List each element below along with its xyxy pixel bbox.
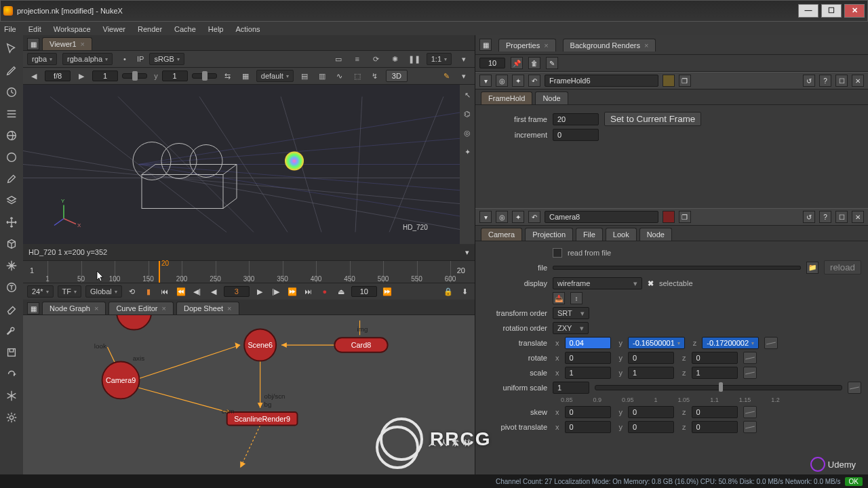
rotate-z-field[interactable]: 0 <box>692 352 738 364</box>
menu-edit[interactable]: Edit <box>28 25 41 33</box>
minimize-button[interactable]: — <box>798 4 818 18</box>
step-fwd-icon[interactable]: ⏩ <box>286 286 298 297</box>
subtab-look[interactable]: Look <box>606 228 637 241</box>
rotation-order-select[interactable]: ZXY <box>553 322 589 334</box>
space-select[interactable]: Global <box>85 285 122 298</box>
subtab-file[interactable]: File <box>576 228 603 241</box>
rotate-y-field[interactable]: 0 <box>628 352 674 364</box>
close-icon[interactable]: × <box>94 304 98 312</box>
tool-bars-icon[interactable] <box>5 107 18 121</box>
pivot-tx-field[interactable]: 0 <box>565 421 611 433</box>
undo-icon[interactable]: ↶ <box>528 75 540 87</box>
tool-type-icon[interactable] <box>5 281 18 294</box>
pivot-tz-field[interactable]: 0 <box>692 421 738 433</box>
chevron-down-icon[interactable]: ▾ <box>457 53 471 65</box>
tool-move-icon[interactable] <box>5 216 18 229</box>
zoom-select[interactable]: 1:1 <box>427 53 452 65</box>
collapse-icon[interactable]: ▾ <box>479 211 492 223</box>
center-icon[interactable]: ◎ <box>496 211 508 223</box>
gain-slider[interactable] <box>122 73 147 79</box>
target-icon[interactable]: ◎ <box>460 127 474 139</box>
chevron-down-icon[interactable]: ▾ <box>457 70 471 82</box>
tool-icon[interactable]: ↯ <box>368 70 382 82</box>
tab-node-graph[interactable]: Node Graph× <box>42 302 106 314</box>
menu-viewer[interactable]: Viewer <box>103 25 125 33</box>
help-icon[interactable]: ? <box>819 211 831 223</box>
tab-viewer1[interactable]: Viewer1 × <box>42 37 92 50</box>
undo-icon[interactable]: ↶ <box>528 211 540 223</box>
tab-bg-renders[interactable]: Background Renders× <box>563 39 656 52</box>
tool-arrow-icon[interactable] <box>5 42 18 56</box>
step-field[interactable]: 10 <box>351 286 377 297</box>
tool-clock-icon[interactable] <box>5 85 18 99</box>
tool-reload-icon[interactable] <box>5 367 18 381</box>
panel-title-camera[interactable]: Camera8 <box>545 211 658 223</box>
play-icon[interactable]: ▶ <box>254 286 266 297</box>
loop-icon[interactable]: ⏏ <box>335 286 347 297</box>
gamma-field[interactable]: 1 <box>162 70 188 81</box>
timeline[interactable]: 1 20 15010015020025030035040045050055060… <box>23 260 475 283</box>
tool-eraser-icon[interactable] <box>5 302 18 316</box>
revert-icon[interactable]: ↺ <box>803 211 815 223</box>
arrows-icon[interactable]: ⇆ <box>221 70 235 82</box>
collapse-icon[interactable]: ▾ <box>479 75 492 87</box>
pencil-icon[interactable]: ✎ <box>439 70 453 82</box>
anim-curve-icon[interactable] <box>764 337 778 349</box>
scale-z-field[interactable]: 1 <box>692 367 738 379</box>
file-field[interactable] <box>553 266 801 270</box>
list-icon[interactable]: ≡ <box>351 53 364 65</box>
translate-z-field[interactable]: -0.17200002 <box>702 337 759 349</box>
scale-x-field[interactable]: 1 <box>565 367 611 379</box>
skew-y-field[interactable]: 0 <box>628 406 674 418</box>
refresh-icon[interactable]: ⟳ <box>370 53 383 65</box>
mode-3d-button[interactable]: 3D <box>386 70 408 82</box>
align-icon[interactable]: ▥ <box>315 70 329 82</box>
current-frame-field[interactable]: 3 <box>224 286 250 297</box>
subtab-camera[interactable]: Camera <box>481 228 522 241</box>
display-select[interactable]: wireframe <box>553 277 642 289</box>
menu-help[interactable]: Help <box>208 25 224 33</box>
chevron-down-icon[interactable]: ▾ <box>465 248 469 257</box>
fps-select[interactable]: 24* <box>27 285 54 298</box>
folder-icon[interactable]: 📁 <box>806 262 818 274</box>
first-frame-icon[interactable]: ⏮ <box>159 286 171 297</box>
tool-save-icon[interactable] <box>5 346 18 359</box>
panel-title-framehold[interactable]: FrameHold6 <box>545 75 658 87</box>
color-swatch[interactable] <box>663 211 675 223</box>
skew-x-field[interactable]: 0 <box>565 406 611 418</box>
pointer-icon[interactable]: ↖ <box>460 89 474 101</box>
tool-gear-icon[interactable] <box>5 411 18 424</box>
increment-field[interactable]: 0 <box>553 129 599 141</box>
menu-cache[interactable]: Cache <box>174 25 196 33</box>
uniform-scale-field[interactable]: 1 <box>553 382 589 394</box>
translate-y-field[interactable]: -0.16500001 <box>628 337 685 349</box>
tool-spark-icon[interactable] <box>5 259 18 272</box>
read-from-file-checkbox[interactable] <box>553 248 562 258</box>
menu-file[interactable]: File <box>4 25 16 33</box>
popout-icon[interactable]: ❐ <box>679 75 691 87</box>
subtab-node[interactable]: Node <box>535 92 568 104</box>
skew-z-field[interactable]: 0 <box>692 406 738 418</box>
edit-icon[interactable]: ✎ <box>546 57 558 69</box>
tool-cube-icon[interactable] <box>5 237 18 251</box>
snap-axis-icon[interactable]: ↕ <box>570 292 583 304</box>
panel-handle-icon[interactable]: ▦ <box>27 302 39 314</box>
link-icon[interactable]: ⌬ <box>460 108 474 120</box>
panel-handle-icon[interactable]: ▦ <box>479 39 492 51</box>
sync-icon[interactable]: ⟲ <box>126 286 138 297</box>
anim-curve-icon[interactable] <box>743 352 757 364</box>
subtab-projection[interactable]: Projection <box>525 228 573 241</box>
pivot-ty-field[interactable]: 0 <box>628 421 674 433</box>
tab-properties[interactable]: Properties× <box>498 39 556 52</box>
menu-actions[interactable]: Actions <box>235 25 260 33</box>
close-icon[interactable]: × <box>644 41 648 49</box>
wand-icon[interactable]: ✦ <box>512 75 524 87</box>
close-icon[interactable]: × <box>81 40 85 48</box>
selectable-check-icon[interactable]: ✖ <box>648 279 654 288</box>
trash-icon[interactable]: 🗑 <box>528 57 540 69</box>
tab-dope-sheet[interactable]: Dope Sheet× <box>176 302 239 314</box>
panel-count-field[interactable]: 10 <box>479 58 505 68</box>
tool-globe-icon[interactable] <box>5 129 18 142</box>
prev-frame-icon[interactable]: ◀ <box>27 70 41 82</box>
close-icon[interactable]: × <box>227 304 231 312</box>
